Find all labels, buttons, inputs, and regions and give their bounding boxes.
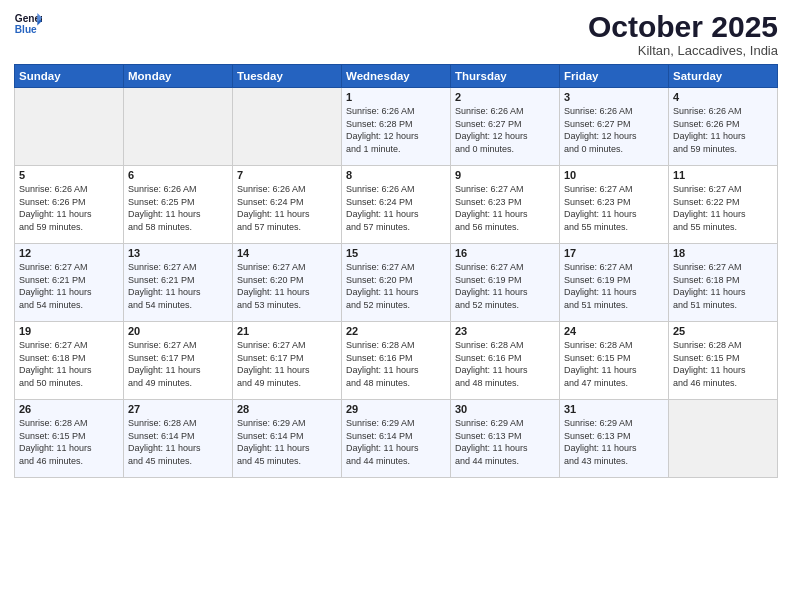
calendar-cell: 25Sunrise: 6:28 AMSunset: 6:15 PMDayligh… [669, 322, 778, 400]
cell-info: Daylight: 11 hours [673, 364, 773, 377]
week-row-4: 19Sunrise: 6:27 AMSunset: 6:18 PMDayligh… [15, 322, 778, 400]
cell-info: Sunrise: 6:27 AM [564, 261, 664, 274]
cell-info: and 51 minutes. [564, 299, 664, 312]
cell-info: Sunset: 6:14 PM [346, 430, 446, 443]
calendar-cell: 20Sunrise: 6:27 AMSunset: 6:17 PMDayligh… [124, 322, 233, 400]
cell-info: Sunrise: 6:26 AM [455, 105, 555, 118]
day-number: 26 [19, 403, 119, 415]
cell-info: Sunset: 6:28 PM [346, 118, 446, 131]
calendar-cell: 9Sunrise: 6:27 AMSunset: 6:23 PMDaylight… [451, 166, 560, 244]
cell-info: Daylight: 11 hours [455, 208, 555, 221]
cell-info: Sunset: 6:16 PM [455, 352, 555, 365]
day-number: 7 [237, 169, 337, 181]
cell-info: Daylight: 11 hours [19, 442, 119, 455]
cell-info: Daylight: 11 hours [455, 442, 555, 455]
cell-info: Daylight: 11 hours [673, 208, 773, 221]
day-number: 28 [237, 403, 337, 415]
cell-info: and 59 minutes. [19, 221, 119, 234]
calendar-cell: 31Sunrise: 6:29 AMSunset: 6:13 PMDayligh… [560, 400, 669, 478]
cell-info: Sunset: 6:19 PM [564, 274, 664, 287]
svg-text:Blue: Blue [15, 24, 37, 35]
cell-info: and 45 minutes. [128, 455, 228, 468]
cell-info: and 54 minutes. [19, 299, 119, 312]
cell-info: Sunrise: 6:27 AM [673, 183, 773, 196]
cell-info: and 56 minutes. [455, 221, 555, 234]
cell-info: Sunset: 6:18 PM [673, 274, 773, 287]
cell-info: Sunrise: 6:29 AM [564, 417, 664, 430]
calendar-cell [15, 88, 124, 166]
cell-info: and 52 minutes. [455, 299, 555, 312]
cell-info: Sunset: 6:15 PM [19, 430, 119, 443]
calendar-cell: 10Sunrise: 6:27 AMSunset: 6:23 PMDayligh… [560, 166, 669, 244]
cell-info: and 55 minutes. [564, 221, 664, 234]
calendar-cell: 19Sunrise: 6:27 AMSunset: 6:18 PMDayligh… [15, 322, 124, 400]
calendar-cell: 23Sunrise: 6:28 AMSunset: 6:16 PMDayligh… [451, 322, 560, 400]
cell-info: Sunrise: 6:27 AM [19, 261, 119, 274]
cell-info: Daylight: 11 hours [19, 364, 119, 377]
cell-info: Sunrise: 6:26 AM [564, 105, 664, 118]
col-header-tuesday: Tuesday [233, 65, 342, 88]
day-number: 2 [455, 91, 555, 103]
cell-info: Sunset: 6:18 PM [19, 352, 119, 365]
cell-info: Daylight: 11 hours [346, 364, 446, 377]
cell-info: and 46 minutes. [19, 455, 119, 468]
cell-info: and 44 minutes. [455, 455, 555, 468]
cell-info: Daylight: 11 hours [564, 208, 664, 221]
cell-info: Daylight: 11 hours [237, 442, 337, 455]
cell-info: Sunset: 6:20 PM [237, 274, 337, 287]
day-number: 22 [346, 325, 446, 337]
day-number: 12 [19, 247, 119, 259]
col-header-thursday: Thursday [451, 65, 560, 88]
cell-info: and 45 minutes. [237, 455, 337, 468]
cell-info: Sunrise: 6:26 AM [128, 183, 228, 196]
day-number: 23 [455, 325, 555, 337]
cell-info: Sunrise: 6:27 AM [673, 261, 773, 274]
day-number: 19 [19, 325, 119, 337]
calendar-cell: 28Sunrise: 6:29 AMSunset: 6:14 PMDayligh… [233, 400, 342, 478]
cell-info: and 0 minutes. [455, 143, 555, 156]
day-number: 14 [237, 247, 337, 259]
cell-info: Daylight: 11 hours [673, 286, 773, 299]
calendar-cell: 13Sunrise: 6:27 AMSunset: 6:21 PMDayligh… [124, 244, 233, 322]
calendar-cell: 30Sunrise: 6:29 AMSunset: 6:13 PMDayligh… [451, 400, 560, 478]
calendar-cell: 15Sunrise: 6:27 AMSunset: 6:20 PMDayligh… [342, 244, 451, 322]
cell-info: Sunset: 6:17 PM [237, 352, 337, 365]
cell-info: Sunset: 6:20 PM [346, 274, 446, 287]
calendar-cell: 6Sunrise: 6:26 AMSunset: 6:25 PMDaylight… [124, 166, 233, 244]
cell-info: Sunset: 6:26 PM [19, 196, 119, 209]
cell-info: Sunset: 6:23 PM [455, 196, 555, 209]
cell-info: and 52 minutes. [346, 299, 446, 312]
header-row: SundayMondayTuesdayWednesdayThursdayFrid… [15, 65, 778, 88]
cell-info: Sunset: 6:27 PM [564, 118, 664, 131]
cell-info: Daylight: 11 hours [128, 364, 228, 377]
cell-info: Sunrise: 6:27 AM [564, 183, 664, 196]
cell-info: Sunrise: 6:27 AM [455, 261, 555, 274]
cell-info: Sunrise: 6:27 AM [19, 339, 119, 352]
cell-info: Daylight: 11 hours [455, 286, 555, 299]
week-row-2: 5Sunrise: 6:26 AMSunset: 6:26 PMDaylight… [15, 166, 778, 244]
location: Kiltan, Laccadives, India [588, 43, 778, 58]
calendar-cell: 18Sunrise: 6:27 AMSunset: 6:18 PMDayligh… [669, 244, 778, 322]
cell-info: Daylight: 11 hours [564, 286, 664, 299]
cell-info: and 58 minutes. [128, 221, 228, 234]
col-header-monday: Monday [124, 65, 233, 88]
cell-info: and 53 minutes. [237, 299, 337, 312]
cell-info: Daylight: 12 hours [346, 130, 446, 143]
cell-info: Sunrise: 6:29 AM [455, 417, 555, 430]
cell-info: Sunset: 6:26 PM [673, 118, 773, 131]
cell-info: and 55 minutes. [673, 221, 773, 234]
cell-info: Sunset: 6:22 PM [673, 196, 773, 209]
week-row-1: 1Sunrise: 6:26 AMSunset: 6:28 PMDaylight… [15, 88, 778, 166]
calendar-cell: 29Sunrise: 6:29 AMSunset: 6:14 PMDayligh… [342, 400, 451, 478]
cell-info: Sunrise: 6:26 AM [19, 183, 119, 196]
cell-info: and 49 minutes. [237, 377, 337, 390]
cell-info: and 57 minutes. [346, 221, 446, 234]
cell-info: Sunset: 6:13 PM [455, 430, 555, 443]
cell-info: Sunset: 6:15 PM [564, 352, 664, 365]
cell-info: Sunrise: 6:29 AM [237, 417, 337, 430]
cell-info: Sunset: 6:15 PM [673, 352, 773, 365]
cell-info: Daylight: 11 hours [19, 208, 119, 221]
calendar-cell: 4Sunrise: 6:26 AMSunset: 6:26 PMDaylight… [669, 88, 778, 166]
calendar-cell: 27Sunrise: 6:28 AMSunset: 6:14 PMDayligh… [124, 400, 233, 478]
cell-info: and 48 minutes. [346, 377, 446, 390]
